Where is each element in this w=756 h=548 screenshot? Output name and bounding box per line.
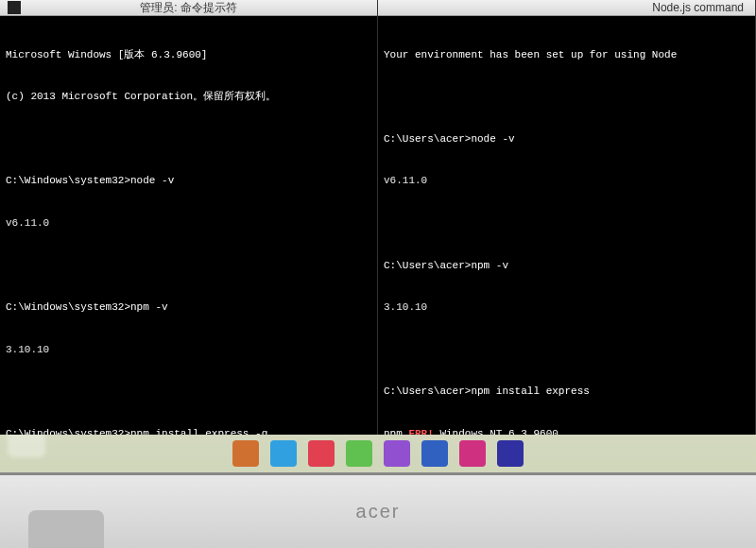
output-line: v6.11.0: [384, 174, 749, 188]
header-line: Microsoft Windows [版本 6.3.9600]: [6, 48, 371, 62]
terminal-body-left[interactable]: Microsoft Windows [版本 6.3.9600] (c) 2013…: [0, 16, 377, 435]
prompt-line: C:\Users\acer>npm -v: [384, 259, 749, 273]
prompt-line: C:\Users\acer>node -v: [384, 132, 749, 146]
taskbar-icon[interactable]: [270, 440, 297, 467]
titlebar-left[interactable]: 管理员: 命令提示符: [0, 0, 377, 16]
prompt-line: C:\Windows\system32>node -v: [6, 174, 371, 188]
nodejs-cmd-window[interactable]: Node.js command Your environment has bee…: [378, 0, 756, 435]
npm-error-block: npm ERR! Windows_NT 6.3.9600npm ERR! arg…: [384, 427, 749, 435]
taskbar-icon[interactable]: [308, 440, 335, 467]
taskbar-icon[interactable]: [421, 440, 448, 467]
taskbar-icon[interactable]: [384, 440, 410, 467]
window-title: 管理员: 命令提示符: [140, 0, 237, 15]
window-title: Node.js command: [652, 0, 744, 15]
terminal-body-right[interactable]: Your environment has been set up for usi…: [378, 16, 755, 435]
prompt-line: C:\Windows\system32>npm -v: [6, 300, 371, 315]
output-line: 3.10.10: [6, 343, 371, 357]
taskbar[interactable]: [0, 435, 756, 472]
output-line: v6.11.0: [6, 216, 371, 231]
npm-error-line: npm ERR! Windows_NT 6.3.9600: [384, 427, 749, 435]
titlebar-right[interactable]: Node.js command: [378, 0, 755, 16]
laptop-bezel: acer: [0, 472, 756, 548]
taskbar-icon[interactable]: [497, 440, 524, 467]
prompt-line: C:\Windows\system32>npm install express …: [6, 427, 371, 435]
prompt-line: C:\Users\acer>npm install express: [384, 385, 749, 399]
cmd-admin-window[interactable]: 管理员: 命令提示符 Microsoft Windows [版本 6.3.960…: [0, 0, 378, 435]
terminal-windows: 管理员: 命令提示符 Microsoft Windows [版本 6.3.960…: [0, 0, 756, 435]
laptop-hinge: [28, 510, 104, 548]
output-line: 3.10.10: [384, 300, 749, 315]
taskbar-icon[interactable]: [232, 440, 259, 467]
taskbar-icon[interactable]: [346, 440, 372, 467]
laptop-brand: acer: [356, 501, 401, 522]
copyright-line: (c) 2013 Microsoft Corporation。保留所有权利。: [6, 90, 371, 104]
env-header: Your environment has been set up for usi…: [384, 48, 749, 62]
taskbar-icon[interactable]: [459, 440, 486, 467]
